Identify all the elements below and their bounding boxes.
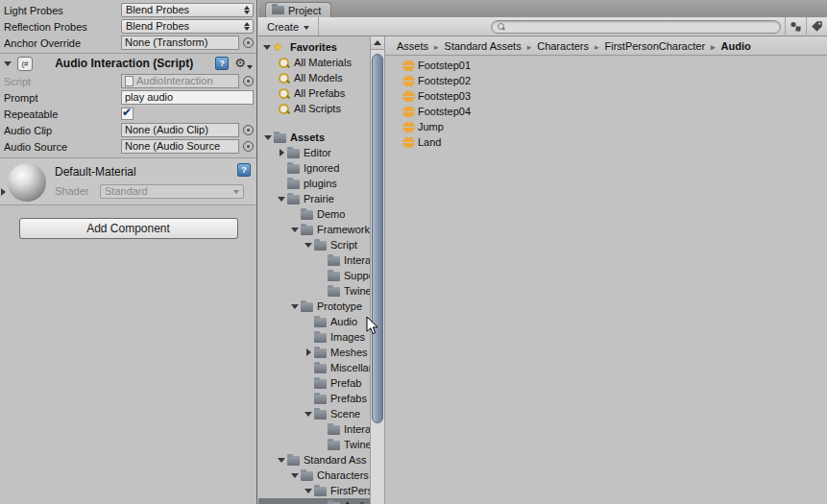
tree-item-favorite-search[interactable]: All Materials bbox=[258, 55, 370, 70]
tree-item[interactable]: Meshes bbox=[258, 345, 370, 360]
create-button-label: Create bbox=[267, 21, 299, 33]
scrollbar-up-button[interactable] bbox=[371, 36, 384, 50]
tree-item-favorite-search[interactable]: All Prefabs bbox=[258, 85, 370, 101]
audio-clip-value: None (Audio Clip) bbox=[125, 124, 208, 135]
tree-item[interactable]: Images bbox=[258, 329, 370, 345]
audio-clip-icon bbox=[402, 121, 415, 133]
shader-value: Standard bbox=[105, 185, 148, 197]
tree-item[interactable]: Audio bbox=[258, 498, 370, 504]
foldout-arrow-icon[interactable] bbox=[276, 458, 287, 463]
breadcrumb: Assets Standard Assets Characters FirstP… bbox=[385, 36, 827, 56]
tree-item[interactable]: Twine bbox=[258, 437, 370, 452]
tree-item[interactable]: Intera bbox=[258, 421, 370, 437]
tree-item[interactable]: Framework bbox=[258, 222, 370, 237]
tree-item[interactable]: Demo bbox=[258, 206, 370, 222]
prompt-value: play audio bbox=[125, 91, 173, 103]
tree-item[interactable]: Prefabs bbox=[258, 391, 370, 406]
foldout-arrow-icon[interactable] bbox=[4, 61, 12, 66]
foldout-arrow-icon[interactable] bbox=[303, 412, 314, 417]
tree-item-favorites[interactable]: ★ Favorites bbox=[258, 39, 370, 55]
anchor-override-field[interactable]: None (Transform) bbox=[121, 36, 239, 50]
foldout-arrow-icon[interactable] bbox=[261, 45, 273, 50]
search-filter-icon bbox=[278, 72, 290, 84]
breadcrumb-item[interactable]: FirstPersonCharacter bbox=[589, 40, 705, 52]
shader-dropdown[interactable]: Standard bbox=[100, 184, 244, 199]
object-picker-icon[interactable] bbox=[243, 76, 254, 86]
object-picker-icon[interactable] bbox=[243, 141, 254, 152]
tree-item[interactable]: Prairie bbox=[258, 191, 370, 206]
foldout-arrow-icon[interactable] bbox=[262, 135, 274, 140]
foldout-arrow-icon[interactable] bbox=[289, 304, 301, 309]
audio-clip-field[interactable]: None (Audio Clip) bbox=[121, 123, 239, 137]
component-header[interactable]: (# Audio Interaction (Script) ? ⚙ bbox=[0, 54, 256, 73]
asset-file-row[interactable]: Jump bbox=[385, 119, 827, 134]
foldout-arrow-icon[interactable] bbox=[303, 243, 314, 248]
tree-item[interactable]: Twine bbox=[258, 283, 370, 299]
foldout-arrow-icon[interactable] bbox=[289, 228, 301, 232]
light-probes-dropdown[interactable]: Blend Probes bbox=[121, 3, 254, 17]
breadcrumb-item[interactable]: Audio bbox=[705, 40, 751, 52]
folder-icon bbox=[328, 441, 340, 450]
folder-icon bbox=[301, 471, 313, 481]
tree-item[interactable]: Audio bbox=[258, 314, 370, 329]
updown-icon bbox=[244, 6, 250, 14]
add-component-button[interactable]: Add Component bbox=[19, 218, 238, 239]
tree-item-favorite-search[interactable]: All Models bbox=[258, 70, 370, 85]
script-field[interactable]: AudioInteraction bbox=[121, 74, 239, 88]
breadcrumb-item[interactable]: Standard Assets bbox=[428, 40, 522, 52]
foldout-arrow-icon[interactable] bbox=[276, 197, 287, 202]
repeatable-checkbox[interactable]: ✔ bbox=[121, 108, 134, 120]
foldout-arrow-icon[interactable] bbox=[276, 149, 287, 156]
tree-item[interactable]: Standard Ass bbox=[258, 452, 370, 468]
search-by-label-button[interactable] bbox=[806, 17, 827, 36]
help-icon[interactable]: ? bbox=[237, 163, 251, 177]
tree-item[interactable]: Ignored bbox=[258, 160, 370, 176]
tree-item[interactable]: plugins bbox=[258, 176, 370, 191]
create-button[interactable]: Create bbox=[258, 17, 319, 36]
folder-icon bbox=[287, 164, 300, 174]
tab-project[interactable]: Project bbox=[265, 2, 331, 17]
tree-item-favorite-search[interactable]: All Scripts bbox=[258, 101, 370, 116]
light-probes-row: Light Probes Blend Probes bbox=[0, 2, 256, 18]
scrollbar-thumb[interactable] bbox=[372, 54, 383, 423]
asset-file-row[interactable]: Land bbox=[385, 134, 827, 150]
tree-scrollbar[interactable] bbox=[370, 36, 385, 504]
reflection-probes-dropdown[interactable]: Blend Probes bbox=[121, 19, 254, 34]
tree-item[interactable]: FirstPers bbox=[258, 483, 370, 498]
tree-item[interactable]: Miscellar bbox=[258, 360, 370, 375]
asset-file-row[interactable]: Footstep01 bbox=[385, 58, 827, 73]
gear-icon[interactable]: ⚙ bbox=[234, 57, 246, 70]
tree-item[interactable]: Editor bbox=[258, 145, 370, 160]
object-picker-icon[interactable] bbox=[243, 37, 254, 48]
asset-file-row[interactable]: Footstep04 bbox=[385, 104, 827, 119]
tree-item-label: Characters bbox=[317, 469, 369, 481]
asset-file-row[interactable]: Footstep02 bbox=[385, 73, 827, 88]
foldout-arrow-icon[interactable] bbox=[303, 348, 314, 356]
audio-source-field[interactable]: None (Audio Source bbox=[121, 139, 239, 154]
tree-item[interactable]: Characters bbox=[258, 468, 370, 483]
folder-icon bbox=[314, 333, 327, 343]
object-picker-icon[interactable] bbox=[243, 125, 254, 135]
search-input[interactable] bbox=[508, 21, 774, 33]
audio-source-row: Audio Source None (Audio Source bbox=[0, 138, 256, 155]
tree-item[interactable]: Prototype bbox=[258, 299, 370, 314]
tree-item[interactable]: Suppo bbox=[258, 268, 370, 283]
material-preview-strip: Default-Material ? Shader Standard bbox=[0, 157, 256, 205]
breadcrumb-item[interactable]: Characters bbox=[522, 40, 589, 52]
tree-item[interactable]: Scene bbox=[258, 406, 370, 421]
search-by-type-button[interactable] bbox=[785, 17, 806, 36]
help-icon[interactable]: ? bbox=[215, 57, 229, 70]
material-name: Default-Material bbox=[55, 165, 136, 179]
tree-item[interactable]: Script bbox=[258, 237, 370, 252]
tree-item-label: Prefabs bbox=[330, 393, 367, 404]
asset-file-row[interactable]: Footstep03 bbox=[385, 88, 827, 104]
prompt-input[interactable]: play audio bbox=[121, 90, 254, 105]
foldout-arrow-icon[interactable] bbox=[289, 473, 301, 478]
foldout-arrow-icon[interactable] bbox=[303, 489, 314, 493]
tree-item[interactable]: Intera bbox=[258, 252, 370, 268]
breadcrumb-item[interactable]: Assets bbox=[397, 40, 428, 52]
tree-item[interactable]: Prefab bbox=[258, 375, 370, 391]
search-box[interactable] bbox=[491, 20, 781, 34]
material-foldout-icon[interactable] bbox=[1, 188, 6, 196]
tree-item[interactable]: Assets bbox=[258, 130, 370, 145]
